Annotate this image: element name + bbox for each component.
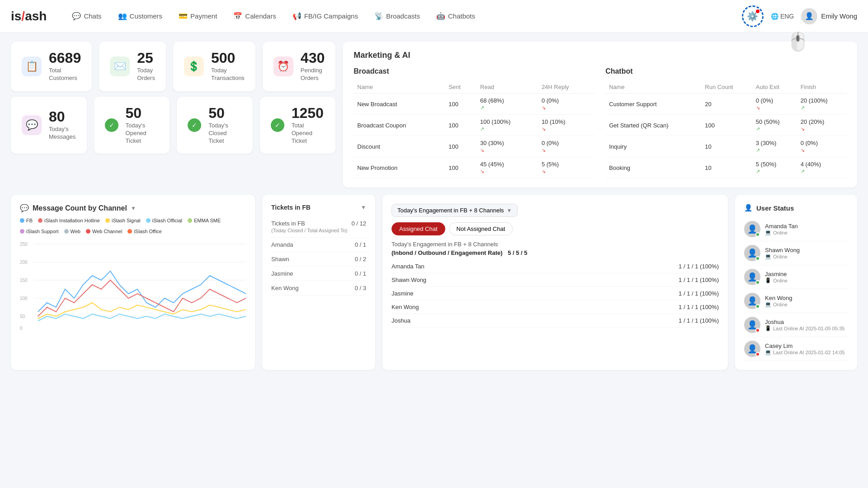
user-profile[interactable]: 👤 Emily Wong xyxy=(801,8,857,24)
broadcast-col-reply: 24H Reply xyxy=(538,81,594,94)
user-status-rows: 👤 Amanda Tan 💻 Online 👤 Shawn Wong 💻 Onl… xyxy=(744,217,848,361)
user-info-status: 💻 Online xyxy=(765,301,792,307)
user-row: 👤 Jasmine 📱 Online xyxy=(744,265,848,289)
legend-item: iSlash Official xyxy=(146,218,182,223)
pending-label: PendingOrders xyxy=(301,67,325,82)
calendars-icon: 📅 xyxy=(233,12,242,20)
stat-pending-orders: ⏰ 430 PendingOrders xyxy=(263,42,335,91)
stat-closed-ticket: ✓ 50 Today'sClosedTicket xyxy=(177,97,253,154)
settings-button[interactable]: ⚙️ xyxy=(742,5,764,27)
ticket-rows: Amanda0 / 1Shawn0 / 2Jasmine0 / 1Ken Won… xyxy=(271,238,366,296)
stat-messages: 💬 80 Today'sMessages xyxy=(11,97,87,154)
closed-ticket-number: 50 xyxy=(208,106,228,120)
user-avatar: 👤 xyxy=(744,293,760,309)
chart-svg: 250 200 150 100 50 0 xyxy=(20,239,246,330)
broadcasts-icon: 📡 xyxy=(374,12,383,20)
user-status-dot xyxy=(755,256,760,261)
pending-number: 430 xyxy=(301,51,325,65)
broadcast-row: New Broadcast 100 68 (68%) ↗ 0 (0%) ↘ xyxy=(354,94,594,115)
user-row: 👤 Joshua 📱 Last Online At 2025-01-05 05:… xyxy=(744,313,848,337)
user-row: 👤 Shawn Wong 💻 Online xyxy=(744,241,848,265)
chatbot-col-exit: Auto Exit xyxy=(752,81,797,94)
ticket-row: Jasmine0 / 1 xyxy=(271,267,366,281)
engagement-rate-row: (Inbond / Outbound / Engagement Rate) 5 … xyxy=(392,249,719,256)
header-right: ⚙️ 🌐 ENG 👤 Emily Wong xyxy=(742,5,857,27)
chart-dropdown-icon[interactable]: ▼ xyxy=(131,205,136,211)
broadcast-row: Broadcast Coupon 100 100 (100%) ↗ 10 (10… xyxy=(354,115,594,136)
nav-calendars[interactable]: 📅 Calendars xyxy=(226,8,283,24)
user-status-dot xyxy=(755,280,760,285)
globe-icon: 🌐 xyxy=(771,13,778,20)
user-info-name: Jasmine xyxy=(765,271,788,277)
legend-item: Web xyxy=(64,229,80,234)
stats-area: 📋 6689 TotalCustomers ✉️ 25 TodayOrders … xyxy=(11,42,335,188)
chatbot-row: Booking 10 5 (50%) ↗ 4 (40%) ↗ xyxy=(605,157,846,178)
engagement-sub-title: Today's Engagement in FB + 8 Channels xyxy=(392,241,719,248)
nav-chatbots[interactable]: 🤖 Chatbots xyxy=(429,8,482,24)
stats-row-2: 💬 80 Today'sMessages ✓ 50 Today'sOpenedT… xyxy=(11,97,335,154)
user-avatar: 👤 xyxy=(744,269,760,285)
user-avatar: 👤 xyxy=(744,245,760,261)
user-status-dot xyxy=(755,232,760,237)
chart-legend: FBiSlash Installation HotlineiSlash Sign… xyxy=(20,218,246,234)
legend-item: iSlash Office xyxy=(127,229,162,234)
engagement-channel-selector[interactable]: Today's Engagement in FB + 8 Channels ▼ xyxy=(392,204,518,217)
engagement-dropdown-icon: ▼ xyxy=(507,207,512,214)
nav-campaigns[interactable]: 📢 FB/IG Campaigns xyxy=(285,8,365,24)
user-info-status: 📱 Online xyxy=(765,277,788,283)
chatbot-col-name: Name xyxy=(605,81,701,94)
chatbot-section: Chatbot Name Run Count Auto Exit Finish … xyxy=(605,67,846,178)
transactions-label: TodayTransactions xyxy=(211,67,245,82)
main-content: 📋 6689 TotalCustomers ✉️ 25 TodayOrders … xyxy=(0,33,868,379)
orders-label: TodayOrders xyxy=(137,67,155,82)
user-info-name: Ken Wong xyxy=(765,295,792,301)
opened-ticket-number: 50 xyxy=(126,106,146,120)
engagement-row: Ken Wong1 / 1 / 1 (100%) xyxy=(392,300,719,314)
ticket-header: Tickets in FB ▼ xyxy=(271,204,366,211)
closed-ticket-icon: ✓ xyxy=(188,118,201,132)
engagement-panel: Today's Engagement in FB + 8 Channels ▼ … xyxy=(382,195,728,370)
tab-not-assigned-chat[interactable]: Not Assigned Chat xyxy=(449,222,513,235)
tab-assigned-chat[interactable]: Assigned Chat xyxy=(392,222,445,235)
pending-stat-icon: ⏰ xyxy=(274,56,293,76)
svg-text:100: 100 xyxy=(20,296,28,301)
engagement-row: Amanda Tan1 / 1 / 1 (100%) xyxy=(392,260,719,273)
chatbot-col-run: Run Count xyxy=(701,81,752,94)
ticket-title: Tickets in FB xyxy=(271,204,311,211)
svg-text:0: 0 xyxy=(20,326,23,330)
stat-total-opened-ticket: ✓ 1250 TotalOpenedTicket xyxy=(260,97,336,154)
top-area: 📋 6689 TotalCustomers ✉️ 25 TodayOrders … xyxy=(11,42,857,188)
opened-ticket-label: Today'sOpenedTicket xyxy=(126,122,146,145)
chart-title: 💬 Message Count by Channel ▼ xyxy=(20,204,246,212)
logo[interactable]: is/ash xyxy=(11,9,47,23)
header: is/ash 💬 Chats 👥 Customers 💳 Payment 📅 C… xyxy=(0,0,868,33)
orders-stat-icon: ✉️ xyxy=(110,56,130,76)
transactions-number: 500 xyxy=(211,51,245,65)
broadcast-col-read: Read xyxy=(476,81,538,94)
messages-label: Today'sMessages xyxy=(49,126,75,141)
engagement-tabs: Assigned Chat Not Assigned Chat xyxy=(392,222,719,235)
language-selector[interactable]: 🌐 ENG xyxy=(771,13,794,20)
user-info-name: Casey Lim xyxy=(765,343,844,349)
bottom-section: 💬 Message Count by Channel ▼ FBiSlash In… xyxy=(11,195,857,370)
chatbot-title: Chatbot xyxy=(605,67,846,75)
nav-payment[interactable]: 💳 Payment xyxy=(171,8,224,24)
customers-stat-icon: 📋 xyxy=(22,56,42,76)
marketing-title: Marketing & AI xyxy=(354,51,846,60)
ticket-summary-row: Tickets in FB (Today Closed / Total Assi… xyxy=(271,216,366,238)
nav-customers[interactable]: 👥 Customers xyxy=(111,8,170,24)
chatbots-icon: 🤖 xyxy=(436,12,445,20)
ticket-dropdown-icon[interactable]: ▼ xyxy=(361,204,366,211)
ticket-panel: Tickets in FB ▼ Tickets in FB (Today Clo… xyxy=(262,195,375,370)
total-opened-label: TotalOpenedTicket xyxy=(292,122,324,145)
nav-broadcasts[interactable]: 📡 Broadcasts xyxy=(367,8,427,24)
svg-text:150: 150 xyxy=(20,278,28,283)
chart-icon: 💬 xyxy=(20,204,29,212)
closed-ticket-label: Today'sClosedTicket xyxy=(208,122,228,145)
nav-chats[interactable]: 💬 Chats xyxy=(65,8,108,24)
user-row: 👤 Ken Wong 💻 Online xyxy=(744,289,848,313)
device-icon: 💻 xyxy=(765,301,771,307)
svg-text:250: 250 xyxy=(20,242,28,247)
messages-stat-icon: 💬 xyxy=(22,115,42,135)
payment-icon: 💳 xyxy=(179,12,188,20)
